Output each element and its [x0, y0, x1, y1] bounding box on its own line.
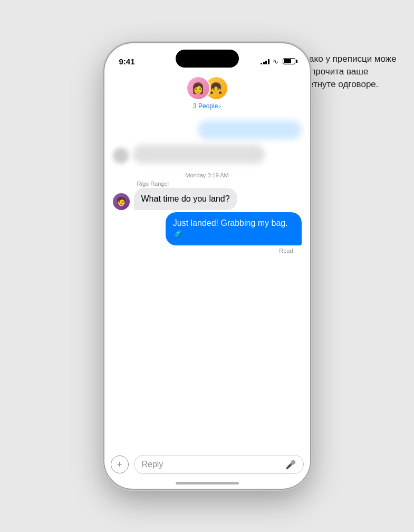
phone-frame: 9:41 ∿ 👩 👧: [104, 43, 310, 489]
read-receipt: Read: [113, 248, 293, 254]
mic-icon[interactable]: 🎤: [285, 460, 296, 470]
plus-icon: +: [117, 459, 122, 470]
sender-emoji: 🧑: [116, 196, 127, 206]
messages-section: Rigo Rangel 🧑 What time do you land? Jus…: [104, 180, 310, 254]
blurred-bubble-left-1: [133, 145, 265, 164]
received-message-row: 🧑 What time do you land?: [113, 188, 302, 210]
blurred-section: [104, 112, 310, 164]
message-timestamp: Monday 3:19 AM: [104, 172, 310, 178]
status-icons: ∿: [261, 58, 295, 65]
chat-body: Monday 3:19 AM Rigo Rangel 🧑 What time d…: [104, 112, 310, 446]
callout-text: Свако у преписци може да прочита ваше ум…: [298, 54, 397, 89]
annotation-callout: Свако у преписци може да прочита ваше ум…: [298, 53, 403, 90]
blurred-row-1: [113, 145, 302, 164]
status-time: 9:41: [119, 57, 135, 66]
battery-icon: [283, 58, 295, 64]
blurred-avatar: [113, 148, 129, 164]
signal-icon: [261, 58, 269, 64]
group-label[interactable]: 3 People ›: [193, 102, 221, 110]
scene: Свако у преписци може да прочита ваше ум…: [0, 0, 414, 532]
plus-button[interactable]: +: [111, 455, 129, 473]
group-label-text: 3 People: [193, 102, 218, 110]
chat-header[interactable]: 👩 👧 3 People ›: [104, 72, 310, 110]
avatar-group[interactable]: 👩 👧: [186, 76, 228, 100]
blurred-bubble-right-1: [198, 120, 302, 139]
avatar-1-emoji: 👩: [191, 82, 205, 94]
reply-placeholder: Reply: [142, 460, 163, 469]
sent-bubble: Just landed! Grabbing my bag. 🧳: [166, 212, 302, 245]
chevron-icon: ›: [219, 103, 221, 109]
wifi-icon: ∿: [273, 58, 278, 65]
sent-message-row: Just landed! Grabbing my bag. 🧳: [113, 212, 302, 245]
avatar-1: 👩: [186, 76, 210, 100]
received-message-text: What time do you land?: [141, 194, 230, 203]
dynamic-island: [176, 50, 239, 68]
avatar-2-emoji: 👧: [209, 82, 223, 94]
sender-avatar: 🧑: [113, 193, 130, 210]
sender-name: Rigo Rangel: [137, 180, 302, 187]
home-indicator: [176, 482, 239, 484]
sent-message-text: Just landed! Grabbing my bag. 🧳: [173, 218, 288, 239]
reply-input[interactable]: Reply 🎤: [134, 455, 304, 474]
reply-bar[interactable]: + Reply 🎤: [104, 451, 310, 478]
received-bubble: What time do you land?: [134, 188, 237, 210]
